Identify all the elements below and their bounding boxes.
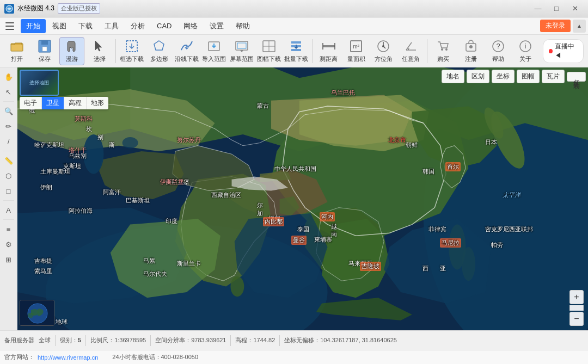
globe-thumbnail[interactable] bbox=[20, 300, 54, 326]
zoom-in-button[interactable]: + bbox=[569, 290, 584, 304]
globe-label: 地球 bbox=[56, 318, 68, 326]
region-button[interactable]: 区划 bbox=[467, 70, 489, 83]
menu-item-start[interactable]: 开始 bbox=[21, 19, 46, 33]
menu-item-analysis[interactable]: 分析 bbox=[125, 19, 150, 33]
toolbar-sheet[interactable]: 图幅下载 bbox=[256, 37, 281, 65]
layer-tab-electronic[interactable]: 电子 bbox=[20, 97, 42, 109]
sidebar-draw[interactable]: ✏ bbox=[2, 119, 16, 133]
tile-button[interactable]: 瓦片 bbox=[542, 70, 565, 83]
azimuth-icon bbox=[376, 39, 391, 54]
toolbar-measure-area[interactable]: m² 量面积 bbox=[344, 37, 369, 65]
svg-point-35 bbox=[230, 276, 244, 297]
left-sidebar: ✋ ↖ 🔍 ✏ / 📏 ⬡ □ A ≡ ⚙ ⊞ bbox=[0, 67, 17, 330]
toolbar-save[interactable]: 保存 bbox=[32, 37, 57, 65]
sidebar-ruler[interactable]: 📏 bbox=[2, 153, 16, 168]
toolbar-line-download[interactable]: 沿线下载 bbox=[174, 37, 199, 65]
map-area[interactable]: 选择地图 电子 卫星 高程 地形 地名 区划 坐标 图幅 瓦片 任务列表 bbox=[17, 67, 588, 330]
main-content: ✋ ↖ 🔍 ✏ / 📏 ⬡ □ A ≡ ⚙ ⊞ bbox=[0, 67, 588, 330]
status-level: 级别：5 bbox=[60, 336, 81, 344]
toolbar-batch[interactable]: 批量下载 bbox=[284, 37, 309, 65]
svg-text:?: ? bbox=[496, 42, 500, 50]
titlebar-controls: — □ ✕ bbox=[529, 3, 584, 15]
toolbar-import[interactable]: 导入范围 bbox=[201, 37, 226, 65]
collapse-button[interactable]: ▲ bbox=[573, 20, 586, 33]
menu-item-view[interactable]: 视图 bbox=[47, 19, 72, 33]
measure-dist-label: 测距离 bbox=[320, 55, 338, 63]
menu-item-cad[interactable]: CAD bbox=[151, 20, 177, 32]
hamburger-menu[interactable] bbox=[2, 18, 17, 34]
task-panel-button[interactable]: 任务列表 bbox=[567, 72, 586, 82]
sidebar-line[interactable]: / bbox=[2, 134, 16, 149]
sidebar-pointer[interactable]: ↖ bbox=[2, 85, 16, 99]
toolbar-help[interactable]: ? 帮助 bbox=[486, 37, 511, 65]
layer-tab-elevation[interactable]: 高程 bbox=[64, 97, 87, 109]
batch-icon bbox=[289, 39, 304, 54]
toolbar-select[interactable]: 选择 bbox=[87, 37, 112, 65]
maximize-button[interactable]: □ bbox=[548, 3, 565, 15]
status-sep-1 bbox=[55, 335, 56, 346]
sheet-icon bbox=[261, 39, 277, 54]
status-sep-2 bbox=[85, 335, 86, 346]
sidebar-hand-tool[interactable]: ✋ bbox=[2, 70, 16, 84]
sidebar-layers[interactable]: ≡ bbox=[2, 222, 16, 236]
import-label: 导入范围 bbox=[202, 55, 226, 63]
status-sep-3 bbox=[150, 335, 151, 346]
toolbar-polygon[interactable]: 多边形 bbox=[146, 37, 171, 65]
zoom-out-button[interactable]: − bbox=[569, 312, 584, 326]
menu-item-network[interactable]: 网络 bbox=[178, 19, 203, 33]
frame-download-icon bbox=[124, 39, 139, 54]
toolbar-browse[interactable]: 漫游 bbox=[59, 37, 85, 65]
svg-point-20 bbox=[441, 48, 443, 51]
toolbar-register[interactable]: 注册 bbox=[458, 37, 483, 65]
layer-selector: 选择地图 电子 卫星 高程 地形 bbox=[20, 70, 108, 109]
layer-tab-satellite[interactable]: 卫星 bbox=[42, 97, 64, 109]
line-download-label: 沿线下载 bbox=[175, 55, 199, 63]
menu-item-tools[interactable]: 工具 bbox=[99, 19, 124, 33]
svg-rect-9 bbox=[237, 43, 246, 48]
statusbar: 备用服务器 全球 级别：5 比例尺：1:36978595 空间分辨率：9783.… bbox=[0, 330, 588, 350]
toolbar-open[interactable]: 打开 bbox=[4, 37, 29, 65]
toolbar-about[interactable]: i 关于 bbox=[513, 37, 538, 65]
sidebar-label-tool[interactable]: A bbox=[2, 203, 16, 217]
screen-label: 屏幕范围 bbox=[230, 55, 254, 63]
status-spatial: 空间分辨率：9783.939621 bbox=[155, 336, 226, 344]
toolbar-azimuth[interactable]: 方位角 bbox=[371, 37, 396, 65]
toolbar-screen[interactable]: 屏幕范围 bbox=[229, 37, 254, 65]
sidebar-separator-4 bbox=[3, 219, 14, 220]
login-button[interactable]: 未登录 bbox=[540, 20, 571, 32]
angle-label: 任意角 bbox=[402, 55, 420, 63]
sidebar-polygon-tool[interactable]: ⬡ bbox=[2, 169, 16, 183]
menu-item-help[interactable]: 帮助 bbox=[230, 19, 255, 33]
toolbar-separator-3 bbox=[427, 39, 427, 63]
support-label: 24小时客服电话：400-028-0050 bbox=[112, 353, 198, 361]
toolbar-measure-dist[interactable]: 测距离 bbox=[316, 37, 341, 65]
titlebar-left: 水经微图 4.3 企业版已授权 bbox=[4, 3, 100, 14]
close-button[interactable]: ✕ bbox=[566, 3, 584, 15]
register-label: 注册 bbox=[465, 55, 477, 63]
map-thumbnail[interactable]: 选择地图 bbox=[20, 70, 59, 96]
placename-button[interactable]: 地名 bbox=[442, 70, 464, 83]
sheet-button[interactable]: 图幅 bbox=[517, 70, 540, 83]
measure-area-label: 量面积 bbox=[347, 55, 365, 63]
toolbar-buy[interactable]: 购买 bbox=[431, 37, 456, 65]
coord-button[interactable]: 坐标 bbox=[492, 70, 514, 83]
minimize-button[interactable]: — bbox=[529, 3, 547, 15]
layer-tab-terrain[interactable]: 地形 bbox=[87, 97, 108, 109]
sidebar-rect[interactable]: □ bbox=[2, 184, 16, 198]
polygon-label: 多边形 bbox=[150, 55, 168, 63]
toolbar-angle[interactable]: 任意角 bbox=[399, 37, 424, 65]
svg-rect-4 bbox=[42, 47, 47, 51]
import-icon bbox=[206, 39, 222, 54]
website-link[interactable]: http://www.rivermap.cn bbox=[38, 354, 98, 361]
menu-item-download[interactable]: 下载 bbox=[73, 19, 98, 33]
sidebar-grid[interactable]: ⊞ bbox=[2, 252, 16, 267]
live-dot bbox=[549, 49, 553, 53]
live-badge[interactable]: 直播中◀ bbox=[543, 39, 584, 63]
sidebar-zoom-in[interactable]: 🔍 bbox=[2, 104, 16, 118]
svg-text:m²: m² bbox=[353, 44, 359, 50]
svg-point-19 bbox=[382, 45, 384, 47]
toolbar-frame-download[interactable]: 框选下载 bbox=[119, 37, 144, 65]
sidebar-settings[interactable]: ⚙ bbox=[2, 237, 16, 251]
measure-area-icon: m² bbox=[348, 39, 364, 54]
menu-item-settings[interactable]: 设置 bbox=[204, 19, 229, 33]
